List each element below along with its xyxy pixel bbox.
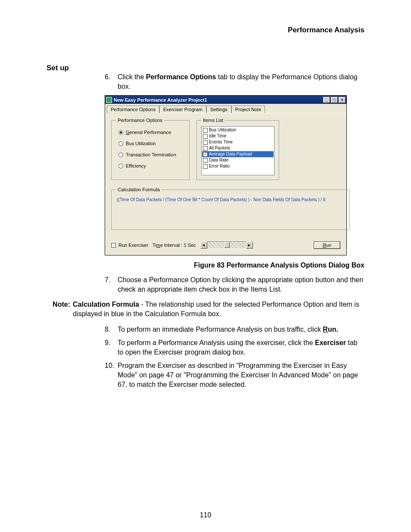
tab-settings[interactable]: Settings (206, 106, 231, 113)
time-interval-label: Time Interval : 1 Sec (153, 243, 196, 248)
list-item-label: Bus Utilization (209, 127, 236, 133)
page-number: 110 (0, 511, 411, 519)
list-item[interactable]: Error Ratio (202, 163, 274, 169)
slider-track[interactable] (207, 241, 246, 249)
calculation-formula-group: Calculation Formula ((Time Of Data Packe… (111, 187, 350, 230)
radio-icon (118, 164, 123, 168)
step-bold: Exerciser (315, 339, 346, 346)
checkbox-icon[interactable] (203, 128, 208, 133)
running-header: Performance Analysis (47, 26, 364, 34)
items-list-group: Items List Bus Utilization Idle Time Eve… (196, 118, 279, 180)
performance-options-legend: Performance Options (116, 118, 164, 123)
titlebar[interactable]: New Easy Performance Analyzer Project1 _… (105, 96, 346, 104)
minimize-button[interactable]: _ (323, 97, 330, 103)
step-number: 8. (105, 325, 110, 334)
step-text: Click the (118, 73, 146, 81)
step-text: Program the Exerciser as described in "P… (118, 362, 358, 388)
radio-label: Bus Utilization (126, 141, 156, 146)
step-8: 8. To perform an immediate Performance A… (105, 325, 364, 334)
items-listbox[interactable]: Bus Utilization Idle Time Events Time Al… (201, 126, 274, 175)
slider-thumb[interactable] (224, 242, 230, 248)
app-icon (106, 97, 112, 103)
checkbox-icon[interactable] (203, 140, 208, 145)
performance-options-group: Performance Options General Performance … (111, 118, 190, 180)
list-item-label: Idle Time (209, 133, 227, 139)
radio-icon (118, 130, 123, 135)
list-item-label: Events Time (209, 139, 233, 145)
setup-section: Set up (47, 64, 364, 72)
checkbox-icon[interactable] (203, 146, 208, 151)
step-bold: Run. (323, 326, 338, 333)
list-item-label: Average Data Payload (209, 151, 252, 157)
list-item[interactable]: All Packets (202, 145, 274, 151)
checkbox-icon[interactable] (203, 134, 208, 139)
dialog-client: Performance Options General Performance … (105, 113, 346, 255)
list-item[interactable]: Data Rate (202, 157, 274, 163)
run-exerciser-checkbox[interactable]: Run Exerciser (111, 243, 148, 248)
step-6: 6. Click the Performance Options tab to … (105, 72, 364, 91)
slider-right-button[interactable]: ► (246, 242, 253, 249)
radio-label: General Performance (126, 130, 171, 135)
note-label: Note: (47, 300, 73, 318)
tab-strip: Performance Options Exerciser Program Se… (105, 104, 346, 113)
step-number: 10. (105, 361, 114, 370)
list-item-label: Error Ratio (209, 163, 230, 169)
radio-icon (118, 152, 123, 157)
run-exerciser-label: Run Exerciser (118, 243, 148, 248)
checkbox-icon[interactable] (111, 243, 116, 248)
radio-transaction-termination[interactable]: Transaction Termination (118, 152, 185, 157)
window-title: New Easy Performance Analyzer Project1 (114, 97, 207, 103)
dialog-window: New Easy Performance Analyzer Project1 _… (105, 95, 347, 255)
list-item-label: Data Rate (209, 157, 228, 163)
items-list-legend: Items List (201, 118, 225, 123)
calculation-formula-legend: Calculation Formula (116, 187, 162, 192)
tab-performance-options[interactable]: Performance Options (107, 106, 159, 113)
radio-efficiency[interactable]: Efficiency (118, 163, 185, 168)
radio-general-performance[interactable]: General Performance (118, 130, 185, 135)
step-number: 7. (105, 275, 110, 285)
checkbox-icon[interactable] (203, 158, 208, 163)
step-text: To perform a Performance Analysis using … (118, 339, 315, 346)
list-item[interactable]: Events Time (202, 139, 274, 145)
tab-project-note[interactable]: Project Note (231, 106, 265, 113)
window-buttons: _ □ × (323, 97, 346, 103)
page: Performance Analysis Set up 6. Click the… (0, 0, 411, 532)
radio-label: Transaction Termination (126, 152, 176, 157)
step-text: Choose a Performance Option by clicking … (118, 276, 363, 293)
list-item[interactable]: Bus Utilization (202, 127, 274, 133)
steps-block-2: 8. To perform an immediate Performance A… (105, 325, 364, 389)
step-text: To perform an immediate Performance Anal… (118, 326, 323, 333)
maximize-button[interactable]: □ (331, 97, 338, 103)
tab-exerciser-program[interactable]: Exerciser Program (159, 106, 206, 113)
step-number: 9. (105, 338, 110, 348)
step-10: 10. Program the Exerciser as described i… (105, 361, 364, 389)
step-bold: Performance Options (146, 73, 216, 81)
figure-caption: Figure 83 Performance Analysis Options D… (105, 261, 364, 269)
slider-left-button[interactable]: ◄ (200, 242, 207, 249)
note-body: Calculation Formula - The relationship u… (73, 300, 364, 318)
checkbox-icon[interactable] (203, 164, 208, 169)
radio-label: Efficiency (126, 163, 146, 168)
steps-block-1: 6. Click the Performance Options tab to … (105, 72, 364, 294)
setup-label: Set up (47, 64, 69, 72)
bottom-bar: Run Exerciser Time Interval : 1 Sec ◄ ► … (111, 241, 340, 249)
close-button[interactable]: × (339, 97, 346, 103)
step-number: 6. (105, 72, 110, 82)
note-bold: Calculation Formula (73, 301, 139, 308)
step-7: 7. Choose a Performance Option by clicki… (105, 275, 364, 294)
list-item[interactable]: Idle Time (202, 133, 274, 139)
radio-bus-utilization[interactable]: Bus Utilization (118, 141, 185, 146)
run-button[interactable]: Run (314, 241, 340, 249)
step-9: 9. To perform a Performance Analysis usi… (105, 338, 364, 357)
list-item-label: All Packets (209, 145, 230, 151)
list-item[interactable]: Average Data Payload (202, 151, 274, 157)
time-interval-slider[interactable]: ◄ ► (200, 241, 253, 249)
checkbox-icon[interactable] (203, 152, 208, 157)
calculation-formula-text: ((Time Of Data Packets / (Time Of One Bi… (116, 196, 345, 204)
note: Note: Calculation Formula - The relation… (47, 300, 364, 318)
radio-icon (118, 141, 123, 146)
